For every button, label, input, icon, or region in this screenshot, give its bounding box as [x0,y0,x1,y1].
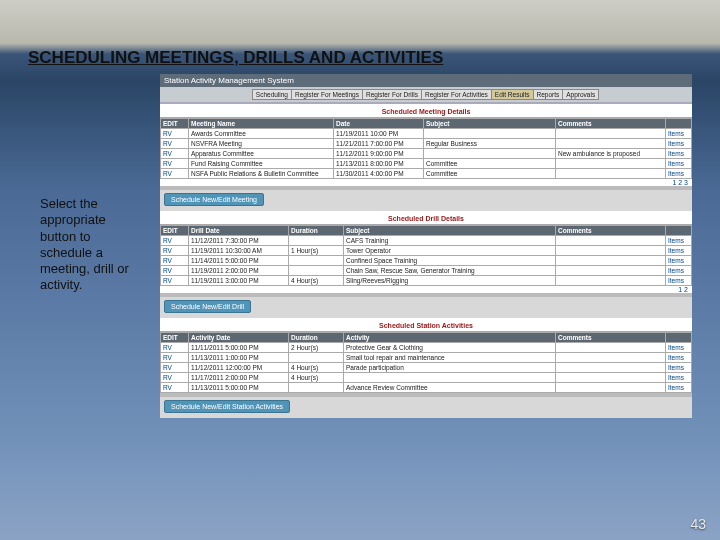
items-link[interactable]: Items [668,364,684,371]
activities-col: Activity Date [189,333,289,343]
meetings-col: Comments [556,119,666,129]
activities-col: Activity [344,333,556,343]
tab-edit-results[interactable]: Edit Results [491,89,534,100]
meetings-col: Meeting Name [189,119,334,129]
app-title-text: Station Activity Management System [164,76,294,85]
edit-link[interactable]: RV [163,130,172,137]
items-link[interactable]: Items [668,150,684,157]
drills-row: RV11/19/2011 10:30:00 AM1 Hour(s)Tower O… [161,246,692,256]
drills-col: EDIT [161,226,189,236]
instruction-text: Select the appropriate button to schedul… [40,196,140,294]
edit-link[interactable]: RV [163,237,172,244]
activities-row: RV11/13/2011 1:00:00 PMSmall tool repair… [161,353,692,363]
meetings-row: RVNSVFRA Meeting11/21/2011 7:00:00 PMReg… [161,139,692,149]
items-link[interactable]: Items [668,140,684,147]
activities-row: RV11/11/2011 5:00:00 PM2 Hour(s)Protecti… [161,343,692,353]
edit-link[interactable]: RV [163,160,172,167]
edit-link[interactable]: RV [163,354,172,361]
edit-link[interactable]: RV [163,374,172,381]
edit-link[interactable]: RV [163,344,172,351]
edit-link[interactable]: RV [163,170,172,177]
edit-link[interactable]: RV [163,257,172,264]
meetings-col: Subject [424,119,556,129]
items-link[interactable]: Items [668,130,684,137]
drills-col: Comments [556,226,666,236]
schedule-activity-button[interactable]: Schedule New/Edit Station Activities [164,400,290,413]
drills-col [666,226,692,236]
schedule-meeting-button[interactable]: Schedule New/Edit Meeting [164,193,264,206]
window-titlebar: Station Activity Management System [160,74,692,87]
meetings-heading: Scheduled Meeting Details [160,104,692,118]
drills-heading: Scheduled Drill Details [160,211,692,225]
items-link[interactable]: Items [668,237,684,244]
edit-link[interactable]: RV [163,364,172,371]
drills-table: EDITDrill DateDurationSubjectCommentsRV1… [160,225,692,286]
meetings-row: RVAwards Committee11/19/2011 10:00 PMIte… [161,129,692,139]
items-link[interactable]: Items [668,344,684,351]
meetings-row: RVNSFA Public Relations & Bulletin Commi… [161,169,692,179]
meetings-col: EDIT [161,119,189,129]
drills-row: RV11/19/2011 2:00:00 PMChain Saw, Rescue… [161,266,692,276]
app-window: Station Activity Management System Sched… [160,74,692,418]
items-link[interactable]: Items [668,384,684,391]
drills-col: Drill Date [189,226,289,236]
items-link[interactable]: Items [668,277,684,284]
tab-register-for-drills[interactable]: Register For Drills [362,89,422,100]
meetings-col [666,119,692,129]
nav-tabs: SchedulingRegister For MeetingsRegister … [160,87,692,104]
tab-approvals[interactable]: Approvals [562,89,599,100]
activities-heading: Scheduled Station Activities [160,318,692,332]
activities-row: RV11/12/2011 12:00:00 PM4 Hour(s)Parade … [161,363,692,373]
drills-col: Duration [289,226,344,236]
items-link[interactable]: Items [668,257,684,264]
items-link[interactable]: Items [668,374,684,381]
meetings-row: RVApparatus Committee11/12/2011 9:00:00 … [161,149,692,159]
edit-link[interactable]: RV [163,267,172,274]
edit-link[interactable]: RV [163,277,172,284]
meetings-row: RVFund Raising Committee11/13/2011 8:00:… [161,159,692,169]
edit-link[interactable]: RV [163,150,172,157]
drills-row: RV11/14/2011 5:00:00 PMConfined Space Tr… [161,256,692,266]
activities-col: Comments [556,333,666,343]
activities-col [666,333,692,343]
items-link[interactable]: Items [668,247,684,254]
meetings-table: EDITMeeting NameDateSubjectCommentsRVAwa… [160,118,692,179]
drills-col: Subject [344,226,556,236]
slide-title: SCHEDULING MEETINGS, DRILLS AND ACTIVITI… [28,48,443,68]
page-number: 43 [690,516,706,532]
tab-register-for-activities[interactable]: Register For Activities [421,89,492,100]
activities-col: Duration [289,333,344,343]
schedule-drill-button[interactable]: Schedule New/Edit Drill [164,300,251,313]
activities-row: RV11/17/2011 2:00:00 PM4 Hour(s)Items [161,373,692,383]
edit-link[interactable]: RV [163,247,172,254]
activities-col: EDIT [161,333,189,343]
meetings-col: Date [334,119,424,129]
items-link[interactable]: Items [668,170,684,177]
edit-link[interactable]: RV [163,384,172,391]
activities-row: RV11/13/2011 5:00:00 PMAdvance Review Co… [161,383,692,393]
activities-table: EDITActivity DateDurationActivityComment… [160,332,692,393]
drills-pager[interactable]: 1 2 [160,286,692,293]
tab-reports[interactable]: Reports [533,89,564,100]
meetings-pager[interactable]: 1 2 3 [160,179,692,186]
items-link[interactable]: Items [668,354,684,361]
drills-row: RV11/12/2011 7:30:00 PMCAFS TrainingItem… [161,236,692,246]
tab-register-for-meetings[interactable]: Register For Meetings [291,89,363,100]
items-link[interactable]: Items [668,160,684,167]
tab-scheduling[interactable]: Scheduling [252,89,292,100]
drills-row: RV11/19/2011 3:00:00 PM4 Hour(s)Sling/Re… [161,276,692,286]
items-link[interactable]: Items [668,267,684,274]
edit-link[interactable]: RV [163,140,172,147]
